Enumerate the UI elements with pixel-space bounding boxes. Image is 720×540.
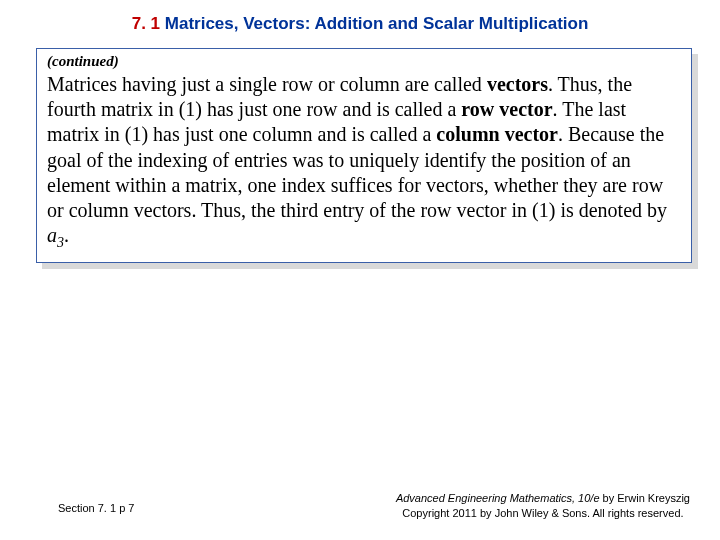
content-box: (continued) Matrices having just a singl… — [36, 48, 692, 263]
page-header: 7. 1 Matrices, Vectors: Addition and Sca… — [0, 0, 720, 42]
subscript-3: 3 — [57, 235, 64, 250]
text-run: Matrices having just a single row or col… — [47, 73, 487, 95]
variable-a: a — [47, 224, 57, 246]
footer-attribution: Advanced Engineering Mathematics, 10/e b… — [396, 491, 690, 520]
footer-line-1: Advanced Engineering Mathematics, 10/e b… — [396, 491, 690, 505]
term-vectors: vectors — [487, 73, 548, 95]
continued-label: (continued) — [47, 53, 679, 70]
term-column-vector: column vector — [436, 123, 558, 145]
footer-section-page: Section 7. 1 p 7 — [58, 502, 134, 514]
section-number: 7. 1 — [132, 14, 160, 33]
content-box-wrap: (continued) Matrices having just a singl… — [36, 48, 692, 263]
footer-copyright: Copyright 2011 by John Wiley & Sons. All… — [396, 506, 690, 520]
book-title: Advanced Engineering Mathematics, 10/e — [396, 492, 600, 504]
term-row-vector: row vector — [461, 98, 552, 120]
text-run: . — [64, 224, 69, 246]
section-title: Matrices, Vectors: Addition and Scalar M… — [160, 14, 588, 33]
book-author: by Erwin Kreyszig — [600, 492, 690, 504]
body-paragraph: Matrices having just a single row or col… — [47, 72, 679, 252]
